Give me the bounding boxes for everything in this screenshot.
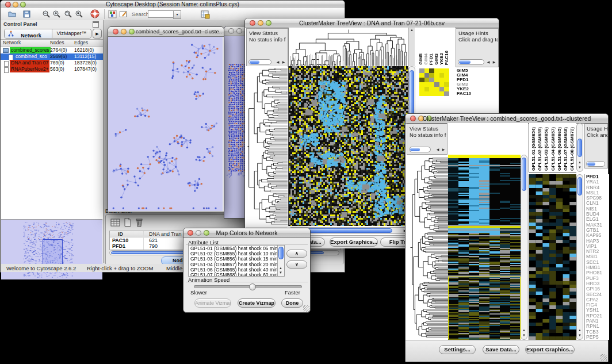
heatmap-canvas[interactable] <box>288 66 408 226</box>
heatmap-cell[interactable] <box>429 68 434 73</box>
slider-thumb[interactable] <box>249 283 256 290</box>
done-button[interactable]: Done <box>281 298 303 308</box>
scroll-left-icon[interactable]: ◀ <box>275 60 281 64</box>
heatmap-cell[interactable] <box>444 73 449 78</box>
heatmap-cell[interactable] <box>424 87 430 91</box>
heatmap-vscrollbar[interactable]: ▲ ▼ <box>521 155 527 340</box>
column-label[interactable]: GPL51-06 (GSM865) <box>557 127 562 171</box>
search-dropdown-icon[interactable]: ▾ <box>173 10 181 19</box>
zoom-heatmap-canvas[interactable] <box>529 174 576 340</box>
help-lifering-icon[interactable] <box>90 9 100 19</box>
heatmap-cell[interactable] <box>434 87 439 91</box>
save-data-button[interactable]: Save Data... <box>483 345 519 354</box>
column-label[interactable]: GPL51-03 (GSM856) <box>544 127 549 171</box>
heatmap-cell[interactable] <box>419 87 424 91</box>
main-titlebar[interactable]: Cytoscape Desktop (Session Name: collins… <box>1 1 345 9</box>
heatmap-cell[interactable] <box>424 78 430 82</box>
column-label[interactable]: GPL51-08 (GSM872) <box>569 127 575 171</box>
vizmap-squares-icon[interactable] <box>108 10 117 18</box>
list-vscrollbar[interactable]: ▲ ▼ <box>277 246 284 276</box>
titlebar[interactable]: Map Colors to Network <box>183 228 310 238</box>
minimize-icon[interactable] <box>236 28 242 34</box>
heatmap-cell[interactable] <box>444 82 449 87</box>
attribute-table-icon[interactable] <box>110 218 121 228</box>
row-dendrogram-canvas[interactable] <box>246 66 288 226</box>
settings-button[interactable]: Settings... <box>439 345 476 354</box>
scroll-left-icon[interactable]: ◀ <box>485 60 491 64</box>
usage-hints-scrollbar[interactable] <box>586 161 605 167</box>
move-down-button[interactable]: ∨ <box>286 260 307 269</box>
heatmap-cell[interactable] <box>424 82 430 87</box>
col-header-nodes[interactable]: Nodes <box>50 40 64 45</box>
heatmap-cell[interactable] <box>434 68 439 73</box>
search-input[interactable] <box>148 10 174 18</box>
network-view-canvas[interactable] <box>108 37 223 211</box>
zoom-in-icon[interactable] <box>52 10 61 18</box>
id-column-header[interactable]: ID <box>118 231 123 237</box>
close-icon[interactable] <box>228 28 234 34</box>
heatmap-cell[interactable] <box>419 68 424 73</box>
heatmap-cell[interactable] <box>444 87 449 91</box>
view-status-scrollbar[interactable] <box>409 147 431 152</box>
col-header-network[interactable]: Network <box>3 40 21 45</box>
heatmap-cell[interactable] <box>424 91 430 96</box>
heatmap-cell[interactable] <box>434 73 439 78</box>
column-label[interactable]: GIM4 <box>423 53 429 65</box>
column-label[interactable]: YKE2 <box>439 53 444 65</box>
column-label[interactable]: GPL51-04 (GSM857) <box>550 127 556 171</box>
heatmap-cell[interactable] <box>434 82 439 87</box>
heatmap-cell[interactable] <box>444 91 449 96</box>
scroll-thumb[interactable] <box>522 158 526 191</box>
network-tree-row[interactable]: RNAPuberNov2+563(0)107847(0) <box>1 66 103 72</box>
heatmap-cell[interactable] <box>439 91 445 96</box>
row-dendrogram-canvas[interactable] <box>407 155 448 340</box>
heatmap-cell[interactable] <box>439 68 445 73</box>
heatmap-cell[interactable] <box>419 78 424 82</box>
zoom-fit-icon[interactable] <box>75 10 83 18</box>
close-icon[interactable] <box>113 29 118 35</box>
heatmap-cell[interactable] <box>424 68 430 73</box>
scroll-down-icon[interactable]: ▼ <box>577 334 583 338</box>
heatmap-cell[interactable] <box>419 82 424 87</box>
float-panel-icon[interactable] <box>93 21 99 28</box>
heatmap-cell[interactable] <box>439 73 445 78</box>
scroll-down-icon[interactable]: ▼ <box>278 271 284 275</box>
column-label[interactable]: GPL51-01 (GSM854) <box>531 127 536 171</box>
heatmap-cell[interactable] <box>429 87 434 91</box>
heatmap-cell[interactable] <box>434 91 439 96</box>
heatmap-cell[interactable] <box>429 82 434 87</box>
scroll-up-icon[interactable]: ▲ <box>278 266 284 270</box>
scroll-thumb[interactable] <box>577 177 582 196</box>
scroll-up-icon[interactable]: ▲ <box>521 328 527 332</box>
new-page-icon[interactable] <box>123 217 132 228</box>
scroll-down-icon[interactable]: ▼ <box>577 166 583 170</box>
scroll-up-icon[interactable]: ▲ <box>409 28 415 32</box>
scroll-right-icon[interactable]: ▶ <box>441 148 446 152</box>
network-tree-row[interactable]: combined_scores2764(0)16218(0) <box>1 47 103 53</box>
trash-icon[interactable] <box>135 217 144 228</box>
row-label[interactable]: PAC10 <box>457 91 498 96</box>
minimize-icon[interactable] <box>121 29 127 35</box>
heatmap-canvas[interactable] <box>448 155 521 340</box>
heatmap-cell[interactable] <box>444 78 449 82</box>
heatmap-cell[interactable] <box>439 87 445 91</box>
resize-grip[interactable] <box>303 305 309 312</box>
scroll-up-icon[interactable]: ▲ <box>577 160 583 164</box>
scroll-up-icon[interactable]: ▲ <box>577 328 583 332</box>
heatmap-cell[interactable] <box>429 78 434 82</box>
tabs-more-button[interactable]: ▶ <box>93 29 102 39</box>
column-label[interactable]: GPL51-02 (GSM855) <box>537 127 542 171</box>
tab-network[interactable]: Network <box>5 29 52 38</box>
attribute-list-item[interactable]: GPL51-07 (GSM868) heat shock 60 min <box>189 273 277 277</box>
scroll-right-icon[interactable]: ▶ <box>281 60 286 64</box>
animation-speed-slider[interactable] <box>194 285 302 288</box>
export-graphics-button[interactable]: Export Graphics... <box>330 237 378 247</box>
tab-vizmapper[interactable]: VizMapper™ <box>52 29 91 38</box>
usage-hints-scrollbar[interactable] <box>458 59 484 65</box>
gene-vscrollbar[interactable]: ▲ ▼ <box>576 174 583 340</box>
resize-grip[interactable] <box>600 354 607 361</box>
heatmap-cell[interactable] <box>439 78 445 82</box>
column-label[interactable]: GPL51-07 (GSM868) <box>563 127 568 171</box>
zoom-selected-icon[interactable] <box>64 10 72 18</box>
save-icon[interactable] <box>22 10 31 18</box>
